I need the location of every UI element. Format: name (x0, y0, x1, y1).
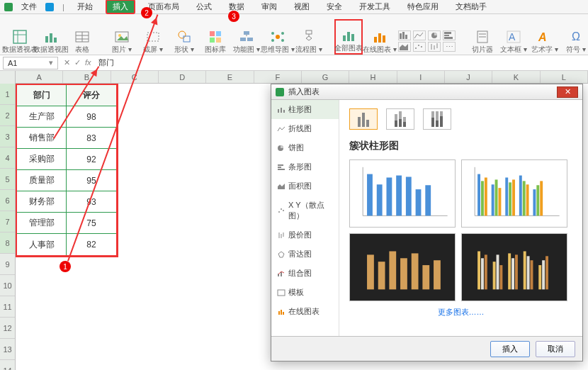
col-header[interactable]: F (254, 71, 302, 83)
chart-type-item-template[interactable]: 模板 (271, 283, 339, 302)
table-cell[interactable]: 部门 (17, 85, 67, 106)
chart-type-item-radar[interactable]: 雷达图 (271, 245, 339, 264)
col-header[interactable]: H (349, 71, 397, 83)
chart-type-item-column[interactable]: 柱形图 (271, 100, 339, 119)
btn-pivot-chart[interactable]: 数据透视图 (37, 19, 65, 55)
menu-review[interactable]: 审阅 (257, 0, 281, 13)
menu-special[interactable]: 特色应用 (403, 0, 443, 13)
menu-view[interactable]: 视图 (290, 0, 314, 13)
mini-chart-bar[interactable] (443, 30, 456, 40)
chart-type-item-scatter[interactable]: X Y（散点图） (271, 196, 339, 225)
menu-insert[interactable]: 插入 (106, 0, 135, 14)
btn-all-charts[interactable]: 全部图表 (334, 19, 363, 55)
chart-type-item-online[interactable]: 在线图表 (271, 302, 339, 321)
row-header[interactable]: 10 (0, 275, 15, 296)
col-header[interactable]: J (445, 71, 492, 83)
table-cell[interactable]: 生产部 (17, 106, 67, 128)
chart-type-item-bar[interactable]: 条形图 (271, 157, 339, 176)
table-cell[interactable]: 采购部 (17, 149, 67, 170)
mini-chart-pie[interactable] (428, 30, 441, 40)
table-cell[interactable]: 财务部 (17, 191, 67, 213)
table-cell[interactable]: 人事部 (17, 234, 67, 255)
row-header[interactable]: 8 (0, 232, 15, 254)
dialog-titlebar[interactable]: 插入图表 ✕ (271, 84, 582, 100)
btn-iconlib[interactable]: 图标库 (201, 19, 230, 55)
row-header[interactable]: 14 (0, 360, 15, 370)
mini-chart-scatter[interactable] (413, 42, 426, 52)
mini-chart-stock[interactable] (428, 42, 441, 52)
btn-table[interactable]: 表格 (68, 19, 96, 55)
row-header[interactable]: 9 (0, 254, 15, 275)
fx-cancel-icon[interactable]: ✕ (64, 58, 70, 67)
col-header[interactable]: L (541, 71, 588, 83)
row-header[interactable]: 4 (0, 147, 15, 169)
subtype-clustered[interactable] (349, 108, 378, 130)
menu-file[interactable]: 文件 (21, 1, 37, 12)
row-header[interactable]: 6 (0, 190, 15, 211)
row-header[interactable]: 11 (0, 296, 15, 318)
col-header[interactable]: D (159, 71, 206, 83)
fx-ok-icon[interactable]: ✓ (74, 58, 81, 67)
btn-online-chart[interactable]: 在线图表 ▾ (366, 19, 394, 55)
chart-type-item-area[interactable]: 面积图 (271, 176, 339, 196)
mini-chart-area[interactable] (398, 42, 411, 52)
btn-slicer[interactable]: 切片器 (468, 19, 497, 55)
table-cell[interactable]: 95 (67, 170, 116, 191)
chart-preview-3[interactable] (349, 233, 456, 301)
btn-textbox[interactable]: A文本框 ▾ (499, 19, 528, 55)
chart-preview-1[interactable] (349, 159, 456, 228)
col-header[interactable]: B (63, 71, 111, 83)
select-all-corner[interactable] (0, 71, 16, 84)
btn-smartart[interactable]: 功能图 ▾ (232, 19, 261, 55)
table-cell[interactable]: 92 (67, 149, 116, 170)
row-header[interactable]: 13 (0, 339, 15, 360)
table-cell[interactable]: 质量部 (17, 170, 67, 191)
subtype-100stacked[interactable] (423, 108, 451, 130)
dialog-ok-button[interactable]: 插入 (490, 341, 530, 357)
col-header[interactable]: K (492, 71, 540, 83)
row-header[interactable]: 2 (0, 105, 15, 126)
btn-wordart[interactable]: A艺术字 ▾ (531, 19, 559, 55)
row-header[interactable]: 5 (0, 169, 15, 190)
row-header[interactable]: 12 (0, 318, 15, 339)
menu-security[interactable]: 安全 (322, 0, 346, 13)
table-cell[interactable]: 75 (67, 213, 116, 234)
table-cell[interactable]: 98 (67, 106, 116, 128)
chart-preview-2[interactable] (461, 159, 567, 228)
btn-pivot-table[interactable]: 数据透视表 (6, 19, 34, 55)
chart-type-item-line[interactable]: 折线图 (271, 119, 339, 138)
formula-bar[interactable]: 部门 (94, 57, 588, 68)
btn-picture[interactable]: 图片 ▾ (108, 19, 136, 55)
more-charts-link[interactable]: 更多图表…… (349, 301, 572, 323)
chart-preview-4[interactable] (461, 233, 567, 301)
mini-chart-col[interactable] (398, 30, 411, 40)
menu-formula[interactable]: 公式 (192, 0, 216, 13)
row-header[interactable]: 3 (0, 126, 15, 147)
col-header[interactable]: G (302, 71, 349, 83)
table-cell[interactable]: 管理部 (17, 213, 67, 234)
menu-dev[interactable]: 开发工具 (355, 0, 395, 13)
fx-icon[interactable]: fx (85, 58, 91, 67)
btn-flowchart[interactable]: 流程图 ▾ (295, 19, 323, 55)
dialog-cancel-button[interactable]: 取消 (536, 341, 575, 357)
dingtalk-icon[interactable] (45, 3, 54, 11)
btn-symbol[interactable]: Ω符号 ▾ (562, 19, 588, 55)
menu-dochelper[interactable]: 文档助手 (451, 0, 491, 13)
mini-chart-more[interactable]: ⋯ (443, 42, 456, 52)
dialog-close-button[interactable]: ✕ (557, 86, 578, 98)
name-box[interactable]: A1▾ (3, 57, 58, 69)
btn-mindmap[interactable]: 思维导图 ▾ (264, 19, 292, 55)
col-header[interactable]: E (206, 71, 254, 83)
col-header[interactable]: I (397, 71, 445, 83)
chart-type-item-stock[interactable]: 股价图 (271, 225, 339, 245)
mini-chart-line[interactable] (413, 30, 426, 40)
data-table[interactable]: 部门 评分 生产部98 销售部83 采购部92 质量部95 财务部93 管理部7… (16, 84, 118, 257)
row-header[interactable]: 7 (0, 211, 15, 232)
menu-home[interactable]: 开始 (73, 0, 97, 13)
chart-type-item-pie[interactable]: 饼图 (271, 138, 339, 157)
row-header[interactable]: 1 (0, 84, 15, 105)
subtype-stacked[interactable] (386, 108, 414, 130)
btn-shape[interactable]: 形状 ▾ (170, 19, 198, 55)
col-header[interactable]: A (16, 71, 63, 83)
chart-type-item-combo[interactable]: 组合图 (271, 264, 339, 283)
